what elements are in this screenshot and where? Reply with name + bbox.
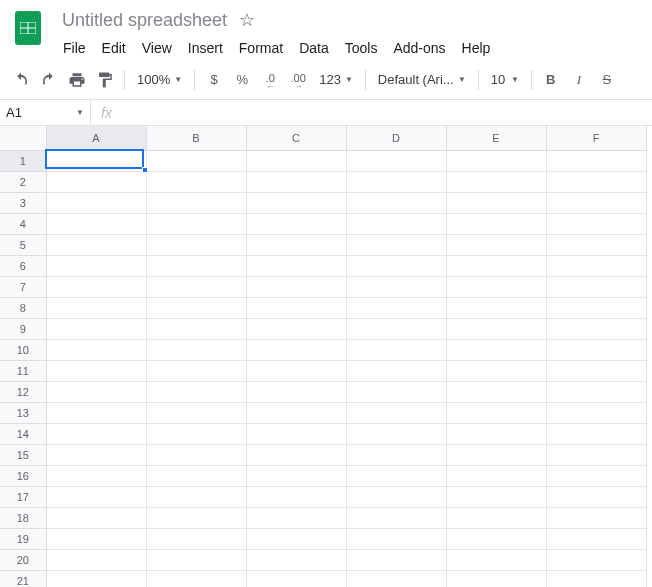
column-header[interactable]: F — [546, 126, 646, 150]
cell[interactable] — [346, 171, 446, 192]
cell[interactable] — [246, 507, 346, 528]
cell[interactable] — [146, 276, 246, 297]
row-header[interactable]: 8 — [0, 297, 46, 318]
cell[interactable] — [146, 549, 246, 570]
cell[interactable] — [446, 171, 546, 192]
cell[interactable] — [446, 339, 546, 360]
cell[interactable] — [146, 234, 246, 255]
column-header[interactable]: E — [446, 126, 546, 150]
format-currency-button[interactable]: $ — [201, 67, 227, 93]
cell[interactable] — [446, 318, 546, 339]
cell[interactable] — [446, 549, 546, 570]
cell[interactable] — [346, 528, 446, 549]
cell[interactable] — [546, 213, 646, 234]
cell[interactable] — [146, 255, 246, 276]
formula-bar[interactable] — [122, 100, 652, 125]
cell[interactable] — [546, 381, 646, 402]
cell[interactable] — [46, 423, 146, 444]
cell[interactable] — [346, 297, 446, 318]
cell[interactable] — [246, 465, 346, 486]
menu-format[interactable]: Format — [232, 36, 290, 60]
paint-format-button[interactable] — [92, 67, 118, 93]
cell[interactable] — [246, 276, 346, 297]
cell[interactable] — [346, 381, 446, 402]
cell[interactable] — [46, 318, 146, 339]
cell[interactable] — [546, 276, 646, 297]
cell[interactable] — [146, 507, 246, 528]
cell[interactable] — [446, 276, 546, 297]
cell[interactable] — [346, 570, 446, 587]
cell[interactable] — [46, 528, 146, 549]
row-header[interactable]: 1 — [0, 150, 46, 171]
menu-data[interactable]: Data — [292, 36, 336, 60]
cell[interactable] — [246, 297, 346, 318]
cell[interactable] — [346, 402, 446, 423]
cell[interactable] — [346, 339, 446, 360]
cell[interactable] — [146, 339, 246, 360]
menu-tools[interactable]: Tools — [338, 36, 385, 60]
cell[interactable] — [546, 444, 646, 465]
cell[interactable] — [546, 402, 646, 423]
row-header[interactable]: 13 — [0, 402, 46, 423]
cell[interactable] — [146, 423, 246, 444]
cell[interactable] — [46, 171, 146, 192]
cell[interactable] — [46, 150, 146, 171]
fill-handle[interactable] — [142, 167, 148, 173]
cell[interactable] — [46, 339, 146, 360]
column-header[interactable]: A — [46, 126, 146, 150]
cell[interactable] — [446, 234, 546, 255]
cell[interactable] — [46, 570, 146, 587]
cell[interactable] — [346, 486, 446, 507]
cell[interactable] — [246, 213, 346, 234]
cell[interactable] — [446, 423, 546, 444]
cell[interactable] — [346, 507, 446, 528]
cell[interactable] — [346, 276, 446, 297]
cell[interactable] — [546, 465, 646, 486]
row-header[interactable]: 4 — [0, 213, 46, 234]
cell[interactable] — [146, 213, 246, 234]
cell[interactable] — [246, 402, 346, 423]
cell[interactable] — [246, 255, 346, 276]
increase-decimal-button[interactable]: .00→ — [285, 67, 311, 93]
cell[interactable] — [46, 486, 146, 507]
cell[interactable] — [46, 360, 146, 381]
cell[interactable] — [146, 402, 246, 423]
cell[interactable] — [146, 297, 246, 318]
row-header[interactable]: 12 — [0, 381, 46, 402]
more-formats-dropdown[interactable]: 123▼ — [313, 67, 359, 93]
cell[interactable] — [546, 423, 646, 444]
cell[interactable] — [46, 297, 146, 318]
row-header[interactable]: 3 — [0, 192, 46, 213]
cell[interactable] — [246, 570, 346, 587]
cell[interactable] — [346, 360, 446, 381]
cell[interactable] — [546, 339, 646, 360]
cell[interactable] — [46, 549, 146, 570]
cell[interactable] — [146, 486, 246, 507]
cell[interactable] — [546, 171, 646, 192]
column-header[interactable]: B — [146, 126, 246, 150]
cell[interactable] — [146, 150, 246, 171]
cell[interactable] — [146, 360, 246, 381]
cell[interactable] — [446, 444, 546, 465]
italic-button[interactable]: I — [566, 67, 592, 93]
cell[interactable] — [146, 465, 246, 486]
star-icon[interactable]: ☆ — [239, 9, 255, 31]
cell[interactable] — [146, 318, 246, 339]
row-header[interactable]: 18 — [0, 507, 46, 528]
cell[interactable] — [246, 318, 346, 339]
document-title[interactable]: Untitled spreadsheet — [56, 8, 233, 33]
cell[interactable] — [346, 234, 446, 255]
column-header[interactable]: C — [246, 126, 346, 150]
cell[interactable] — [46, 507, 146, 528]
cell[interactable] — [246, 360, 346, 381]
cell[interactable] — [446, 150, 546, 171]
cell[interactable] — [546, 150, 646, 171]
font-size-dropdown[interactable]: 10▼ — [485, 67, 525, 93]
decrease-decimal-button[interactable]: .0← — [257, 67, 283, 93]
bold-button[interactable]: B — [538, 67, 564, 93]
cell[interactable] — [146, 444, 246, 465]
row-header[interactable]: 6 — [0, 255, 46, 276]
row-header[interactable]: 7 — [0, 276, 46, 297]
row-header[interactable]: 11 — [0, 360, 46, 381]
format-percent-button[interactable]: % — [229, 67, 255, 93]
